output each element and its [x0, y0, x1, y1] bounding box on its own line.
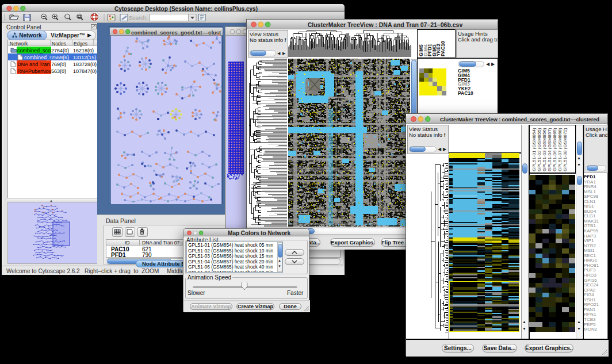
- svg-text:Search:: Search:: [129, 14, 148, 21]
